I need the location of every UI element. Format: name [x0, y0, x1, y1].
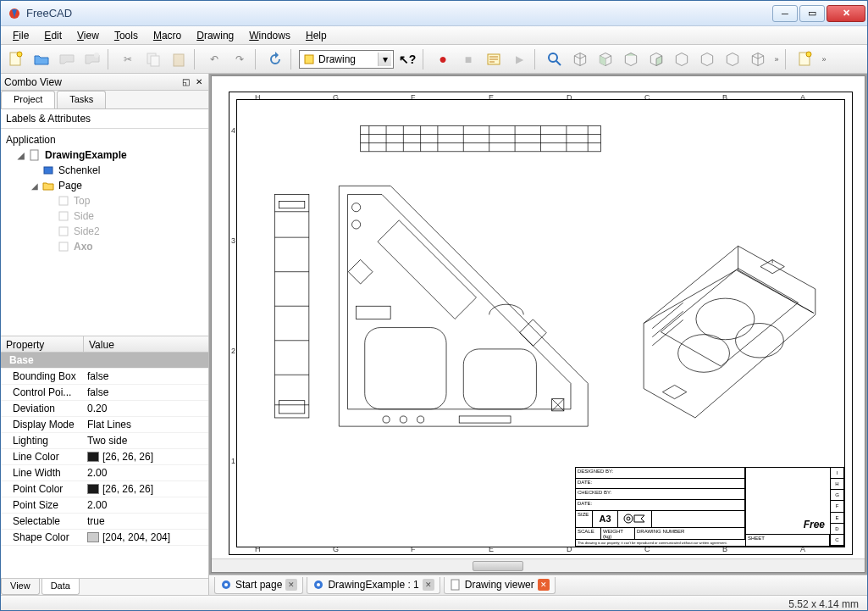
status-bar: 5.52 x 4.14 mm — [1, 595, 867, 611]
panel-undock-button[interactable]: ◱ — [180, 76, 191, 88]
property-group-base: Base — [1, 353, 208, 369]
doctab-start-page[interactable]: Start page ✕ — [214, 577, 303, 594]
panel-close-button[interactable]: ✕ — [193, 76, 205, 88]
copy-button[interactable] — [141, 47, 165, 71]
redo-button[interactable]: ↷ — [228, 47, 252, 71]
svg-rect-25 — [459, 416, 511, 423]
menu-macro[interactable]: Macro — [147, 28, 188, 43]
svg-point-11 — [806, 52, 811, 57]
tab-tasks[interactable]: Tasks — [57, 91, 106, 108]
save-button[interactable] — [55, 47, 79, 71]
svg-point-30 — [417, 416, 424, 423]
tab-data[interactable]: Data — [41, 579, 80, 595]
toolbar-overflow2-button[interactable]: » — [819, 55, 829, 64]
property-row[interactable]: LightingTwo side — [1, 433, 208, 449]
macros-button[interactable] — [482, 47, 506, 71]
tab-view[interactable]: View — [1, 579, 40, 595]
main-toolbar: ✂ ↶ ↷ Drawing ▾ ↖? ● ■ ▶ » » — [1, 45, 867, 74]
toolbar-overflow-button[interactable]: » — [771, 55, 782, 64]
property-row[interactable]: Point Color[26, 26, 26] — [1, 481, 208, 497]
combo-view-header: Combo View ◱ ✕ — [1, 74, 208, 91]
zoom-fit-button[interactable] — [543, 47, 567, 71]
menu-file[interactable]: File — [6, 28, 36, 43]
tab-close-icon[interactable]: ✕ — [423, 579, 434, 591]
menu-tools[interactable]: Tools — [108, 28, 145, 43]
run-macro-button[interactable]: ▶ — [507, 47, 531, 71]
property-col-value: Value — [84, 336, 119, 352]
record-macro-button[interactable]: ● — [431, 47, 455, 71]
stop-macro-button[interactable]: ■ — [456, 47, 480, 71]
model-tree[interactable]: Application ◢ DrawingExample Schenkel ◢ … — [1, 129, 208, 336]
tab-close-icon[interactable]: ✕ — [538, 579, 550, 591]
svg-rect-17 — [59, 242, 68, 251]
window-minimize-button[interactable]: ─ — [772, 5, 798, 22]
property-row[interactable]: Control Poi...false — [1, 385, 208, 401]
view-rear-button[interactable] — [670, 47, 694, 71]
svg-rect-15 — [59, 212, 68, 220]
cut-button[interactable]: ✂ — [116, 47, 140, 71]
property-row[interactable]: Selectabletrue — [1, 514, 208, 530]
menu-drawing[interactable]: Drawing — [190, 28, 240, 43]
svg-rect-13 — [44, 167, 53, 174]
property-row[interactable]: Line Color[26, 26, 26] — [1, 449, 208, 465]
open-file-button[interactable] — [30, 47, 53, 71]
property-row[interactable]: Bounding Boxfalse — [1, 369, 208, 385]
property-table[interactable]: Base Bounding BoxfalseControl Poi...fals… — [1, 353, 208, 578]
paste-button[interactable] — [167, 47, 191, 71]
view-right-button[interactable] — [644, 47, 668, 71]
view-iso-button[interactable] — [568, 47, 592, 71]
window-close-button[interactable]: ✕ — [827, 5, 865, 22]
tree-item-side[interactable]: Side — [3, 208, 207, 224]
menu-edit[interactable]: Edit — [37, 28, 69, 43]
property-row[interactable]: Line Width2.00 — [1, 465, 208, 481]
canvas-area: HGFEDCBA 4321 HGFEDCBA — [209, 74, 867, 595]
saveas-button[interactable] — [80, 47, 104, 71]
menu-view[interactable]: View — [70, 28, 106, 43]
refresh-button[interactable] — [263, 47, 287, 71]
drawing-page: HGFEDCBA 4321 HGFEDCBA — [229, 92, 853, 555]
svg-rect-21 — [279, 401, 304, 414]
svg-rect-5 — [151, 56, 159, 66]
whatsthis-button[interactable]: ↖? — [395, 47, 419, 71]
tree-item-page[interactable]: ◢ Page — [3, 178, 207, 193]
drawing-canvas[interactable]: HGFEDCBA 4321 HGFEDCBA — [211, 75, 865, 573]
tab-close-icon[interactable]: ✕ — [285, 579, 297, 591]
page-icon — [450, 579, 462, 591]
property-row[interactable]: Shape Color[204, 204, 204] — [1, 530, 208, 546]
undo-button[interactable]: ↶ — [202, 47, 226, 71]
gear-icon — [220, 579, 232, 591]
combo-view-panel: Combo View ◱ ✕ Project Tasks Labels & At… — [1, 74, 209, 595]
horizontal-scrollbar[interactable] — [212, 558, 865, 572]
window-maximize-button[interactable]: ▭ — [799, 5, 825, 22]
tree-document[interactable]: ◢ DrawingExample — [3, 147, 207, 163]
doctab-drawing-viewer[interactable]: Drawing viewer ✕ — [444, 577, 556, 594]
window-titlebar: FreeCAD ─ ▭ ✕ — [1, 1, 867, 26]
view-top-button[interactable] — [619, 47, 643, 71]
menu-bar: File Edit View Tools Macro Drawing Windo… — [1, 26, 867, 45]
tree-item-side2[interactable]: Side2 — [3, 224, 207, 239]
tree-item-top[interactable]: Top — [3, 193, 207, 208]
doctab-drawingexample[interactable]: DrawingExample : 1 ✕ — [307, 577, 440, 594]
menu-help[interactable]: Help — [299, 28, 334, 43]
view-bottom-button[interactable] — [695, 47, 719, 71]
svg-rect-23 — [463, 349, 536, 409]
gear-icon — [312, 579, 324, 591]
view-left-button[interactable] — [721, 47, 744, 71]
menu-windows[interactable]: Windows — [242, 28, 297, 43]
tab-project[interactable]: Project — [1, 91, 55, 108]
view-front-button[interactable] — [594, 47, 617, 71]
property-row[interactable]: Display ModeFlat Lines — [1, 417, 208, 433]
new-file-button[interactable] — [4, 47, 28, 71]
svg-point-26 — [352, 203, 361, 212]
svg-point-29 — [400, 416, 406, 423]
combo-view-title: Combo View — [4, 76, 62, 88]
view-axo2-button[interactable] — [746, 47, 770, 71]
tree-root[interactable]: Application — [3, 132, 207, 147]
workbench-selector[interactable]: Drawing ▾ — [299, 50, 394, 69]
property-row[interactable]: Deviation0.20 — [1, 401, 208, 417]
new-drawing-page-button[interactable] — [793, 47, 817, 71]
tree-item-schenkel[interactable]: Schenkel — [3, 163, 207, 178]
svg-point-36 — [736, 324, 784, 358]
tree-item-axo[interactable]: Axo — [3, 239, 207, 254]
property-row[interactable]: Point Size2.00 — [1, 497, 208, 514]
